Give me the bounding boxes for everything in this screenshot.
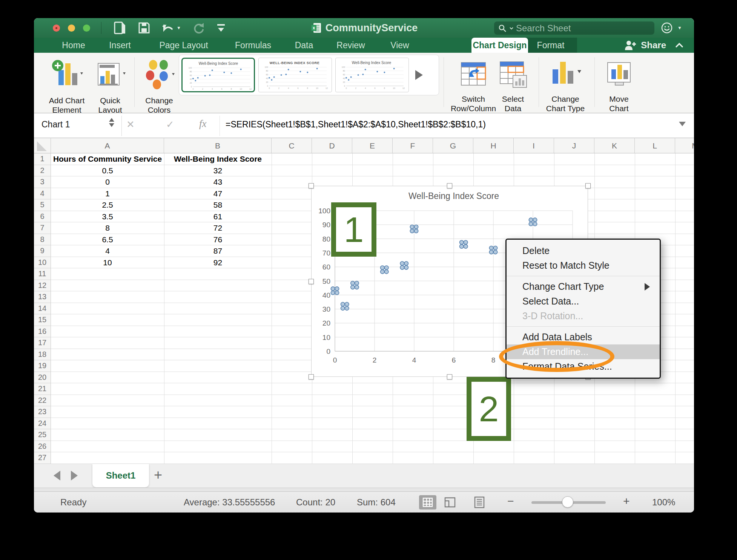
row-header-22[interactable]: 22 (34, 395, 51, 407)
column-header-A[interactable]: A (51, 138, 164, 153)
move-chart-button[interactable]: Move Chart (598, 59, 640, 113)
column-header-I[interactable]: I (514, 138, 554, 153)
feedback-button[interactable]: ▼ (661, 22, 682, 34)
previous-sheet-arrow[interactable] (54, 471, 60, 480)
cell-B10[interactable]: 92 (164, 257, 272, 269)
chart-style-3[interactable]: Well-Being Index Score020406080100024681… (335, 58, 409, 92)
cell-A9[interactable]: 4 (51, 245, 164, 257)
cell-A4[interactable]: 1 (51, 188, 164, 200)
search-box[interactable] (494, 21, 654, 35)
name-box-stepper[interactable] (109, 118, 114, 127)
share-button[interactable]: Share (624, 38, 683, 53)
chart-resize-handle[interactable] (309, 374, 314, 379)
tab-review[interactable]: Review (336, 38, 365, 53)
cell-A3[interactable]: 0 (51, 176, 164, 188)
column-header-K[interactable]: K (594, 138, 635, 153)
cell-B8[interactable]: 76 (164, 234, 272, 246)
row-header-12[interactable]: 12 (34, 280, 51, 292)
row-header-21[interactable]: 21 (34, 383, 51, 395)
formula-input[interactable]: =SERIES(Sheet1!$B$1,Sheet1!$A$2:$A$10,Sh… (226, 119, 486, 130)
column-header-M[interactable]: M (675, 138, 694, 153)
column-header-L[interactable]: L (635, 138, 675, 153)
add-chart-element-button[interactable]: Add Chart Element (45, 57, 89, 115)
row-header-26[interactable]: 26 (34, 441, 51, 453)
cancel-icon[interactable]: ✕ (126, 119, 135, 130)
sheet-tab-sheet1[interactable]: Sheet1 (92, 464, 149, 487)
row-header-13[interactable]: 13 (34, 291, 51, 303)
menu-item-change-chart-type[interactable]: Change Chart Type (507, 279, 660, 294)
row-header-25[interactable]: 25 (34, 429, 51, 441)
page-break-view-button[interactable] (474, 496, 485, 508)
quick-layout-button[interactable]: Quick Layout (89, 57, 131, 115)
search-input[interactable] (516, 23, 637, 34)
menu-item-delete[interactable]: Delete (507, 243, 660, 258)
row-header-4[interactable]: 4 (34, 188, 51, 200)
cell-A2[interactable]: 0.5 (51, 165, 164, 177)
collapse-ribbon-chevron[interactable] (675, 43, 683, 48)
chart-resize-handle[interactable] (309, 279, 314, 284)
row-header-24[interactable]: 24 (34, 418, 51, 430)
row-header-1[interactable]: 1 (34, 153, 51, 165)
cell-B4[interactable]: 47 (164, 188, 272, 200)
chart-resize-handle[interactable] (447, 374, 452, 379)
chart-resize-handle[interactable] (309, 183, 314, 188)
select-data-button[interactable]: Select Data (490, 59, 536, 113)
row-header-23[interactable]: 23 (34, 406, 51, 418)
row-header-2[interactable]: 2 (34, 165, 51, 177)
column-header-J[interactable]: J (554, 138, 594, 153)
tab-format[interactable]: Format (537, 38, 565, 53)
page-layout-view-button[interactable] (444, 496, 456, 508)
row-header-14[interactable]: 14 (34, 303, 51, 315)
chart-resize-handle[interactable] (447, 183, 452, 188)
menu-item-reset-to-match-style[interactable]: Reset to Match Style (507, 258, 660, 273)
cell-A1[interactable]: Hours of Community Service (51, 153, 164, 165)
normal-view-button[interactable] (419, 495, 436, 510)
zoom-window-button[interactable] (83, 24, 90, 32)
column-header-B[interactable]: B (164, 138, 272, 153)
row-header-27[interactable]: 27 (34, 452, 51, 464)
cell-B5[interactable]: 58 (164, 199, 272, 211)
tab-insert[interactable]: Insert (109, 38, 131, 53)
row-header-11[interactable]: 11 (34, 268, 51, 280)
customize-toolbar-button[interactable] (216, 21, 226, 34)
row-header-17[interactable]: 17 (34, 337, 51, 349)
row-header-8[interactable]: 8 (34, 234, 51, 246)
tab-formulas[interactable]: Formulas (235, 38, 271, 53)
row-header-20[interactable]: 20 (34, 372, 51, 384)
cell-B9[interactable]: 87 (164, 245, 272, 257)
tab-page-layout[interactable]: Page Layout (159, 38, 208, 53)
confirm-icon[interactable]: ✓ (166, 119, 174, 130)
row-header-19[interactable]: 19 (34, 360, 51, 372)
undo-dropdown-caret[interactable]: ▼ (177, 25, 181, 31)
row-header-5[interactable]: 5 (34, 199, 51, 211)
row-header-7[interactable]: 7 (34, 222, 51, 234)
formula-bar-expand-caret[interactable] (679, 122, 686, 126)
menu-item-format-data-series[interactable]: Format Data Series... (507, 359, 660, 374)
close-window-button[interactable] (53, 24, 60, 32)
row-header-15[interactable]: 15 (34, 314, 51, 326)
tab-home[interactable]: Home (62, 38, 85, 53)
row-header-16[interactable]: 16 (34, 326, 51, 338)
row-header-6[interactable]: 6 (34, 211, 51, 223)
gallery-next-arrow[interactable] (415, 70, 423, 80)
tab-chart-design[interactable]: Chart Design (471, 38, 528, 53)
cell-B1[interactable]: Well-Being Index Score (164, 153, 272, 165)
chart-style-2[interactable]: WELL-BEING INDEX SCORE020406080100024681… (258, 58, 332, 92)
column-header-E[interactable]: E (352, 138, 393, 153)
name-box[interactable]: Chart 1 (41, 119, 70, 130)
insert-function-icon[interactable]: fx (199, 118, 207, 130)
zoom-slider-knob[interactable] (562, 496, 573, 508)
next-sheet-arrow[interactable] (71, 471, 78, 480)
chart-style-1[interactable]: Well-Being Index Score020406080100024681… (181, 58, 255, 92)
new-workbook-button[interactable] (114, 21, 126, 34)
row-header-3[interactable]: 3 (34, 176, 51, 188)
menu-item-add-trendline[interactable]: Add Trendline... (507, 344, 660, 359)
zoom-in-button[interactable]: + (623, 495, 630, 508)
minimize-window-button[interactable] (68, 24, 75, 32)
select-all-corner[interactable] (34, 138, 51, 153)
column-header-D[interactable]: D (312, 138, 352, 153)
change-colors-button[interactable]: Change Colors (139, 57, 180, 115)
redo-button[interactable] (192, 21, 204, 34)
column-header-G[interactable]: G (433, 138, 473, 153)
menu-item-select-data[interactable]: Select Data... (507, 294, 660, 309)
